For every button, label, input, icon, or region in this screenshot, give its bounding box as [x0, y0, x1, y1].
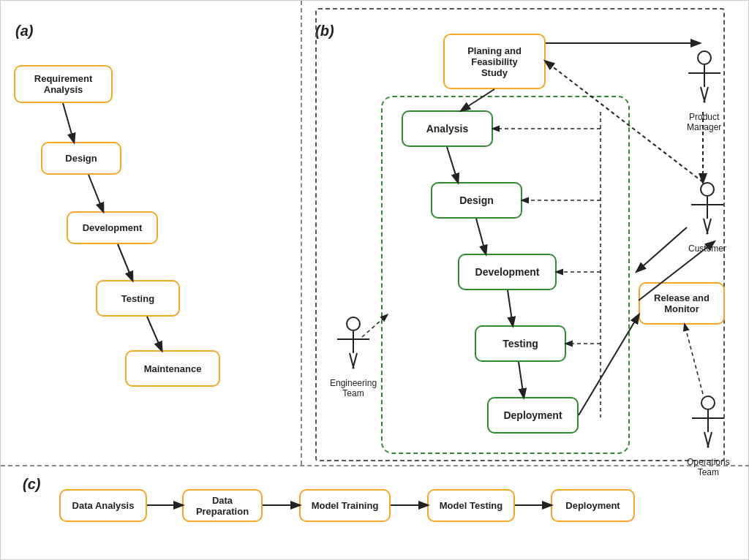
data-analysis-box: Data Analysis: [59, 489, 147, 522]
product-manager-figure: ProductManager: [687, 50, 721, 132]
testing-box-a: Testing: [96, 280, 180, 317]
deployment-box-b: Deployment: [487, 397, 579, 434]
model-testing-box: Model Testing: [427, 489, 515, 522]
h-divider: [1, 465, 749, 466]
product-manager-head: [697, 50, 712, 65]
maintenance-box-a: Maintenance: [125, 350, 220, 387]
product-manager-label: ProductManager: [687, 112, 721, 132]
req-analysis-box: RequirementAnalysis: [14, 65, 113, 103]
customer-label: Customer: [688, 243, 726, 254]
data-prep-box: DataPreparation: [182, 489, 263, 522]
v-divider: [301, 1, 302, 465]
customer-figure: Customer: [688, 182, 726, 254]
svg-line-3: [147, 317, 162, 350]
design-box-a: Design: [41, 142, 121, 175]
main-diagram: (a) (b) (c) RequirementAnalysis Design D…: [0, 0, 749, 560]
svg-line-0: [63, 103, 74, 142]
customer-head: [700, 182, 715, 197]
svg-line-1: [89, 175, 103, 211]
development-box-b: Development: [458, 254, 557, 290]
planning-box: Planing andFeasibilityStudy: [443, 34, 546, 89]
development-box-a: Development: [67, 211, 158, 244]
ops-team-head: [701, 396, 715, 410]
svg-line-2: [118, 244, 132, 280]
eng-team-head: [346, 317, 361, 331]
testing-box-b: Testing: [475, 325, 566, 362]
model-training-box: Model Training: [299, 489, 391, 522]
ops-team-label: OperationsTeam: [687, 457, 730, 477]
design-box-b: Design: [431, 182, 522, 219]
ops-team-figure: OperationsTeam: [687, 396, 730, 477]
product-manager-body: [688, 65, 720, 109]
eng-team-figure: EngineeringTeam: [330, 317, 377, 398]
section-a-label: (a): [15, 23, 33, 39]
deployment-box-c: Deployment: [551, 489, 635, 522]
analysis-box-b: Analysis: [402, 110, 493, 147]
release-monitor-box: Release andMonitor: [639, 282, 725, 325]
section-c-label: (c): [23, 476, 40, 493]
eng-team-label: EngineeringTeam: [330, 378, 377, 398]
